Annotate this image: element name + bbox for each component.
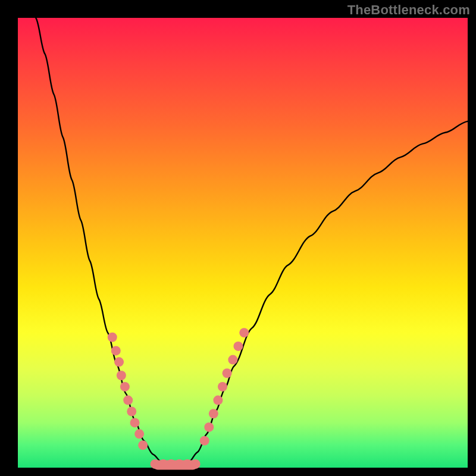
- data-marker: [111, 346, 121, 355]
- data-marker: [130, 418, 140, 427]
- data-marker: [108, 333, 117, 342]
- data-marker: [123, 396, 133, 405]
- data-marker: [239, 328, 249, 337]
- bottleneck-curve: [36, 18, 468, 465]
- data-marker: [200, 436, 209, 446]
- data-marker: [134, 429, 144, 439]
- chart-svg: [0, 0, 476, 476]
- data-marker: [204, 422, 214, 432]
- data-marker: [127, 407, 136, 416]
- data-marker: [233, 342, 243, 351]
- chart-frame: TheBottleneck.com: [0, 0, 476, 476]
- data-marker: [117, 371, 126, 380]
- data-marker: [138, 440, 148, 450]
- data-marker: [209, 409, 218, 418]
- data-marker: [218, 382, 227, 392]
- data-marker: [223, 368, 232, 378]
- optimal-range-bar: [153, 460, 198, 469]
- data-marker: [120, 382, 130, 392]
- data-marker: [213, 396, 223, 405]
- data-marker: [228, 355, 237, 365]
- data-marker: [114, 357, 124, 367]
